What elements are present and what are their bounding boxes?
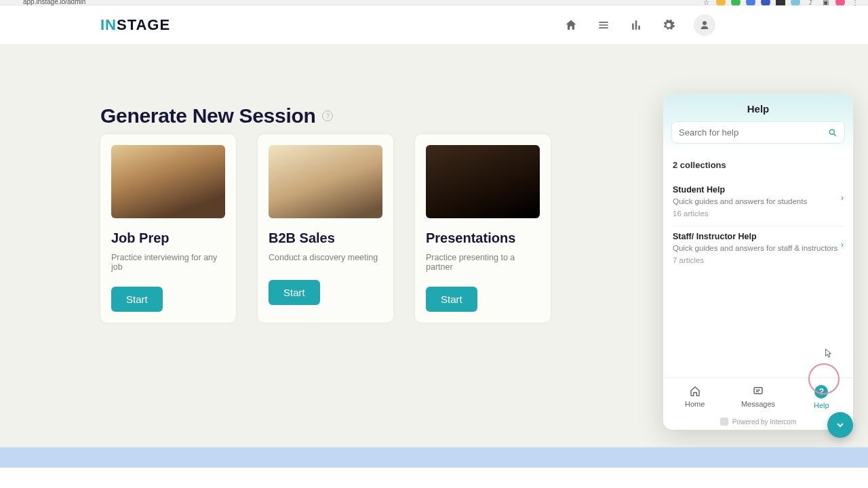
collection-desc: Quick guides and answers for students (673, 197, 844, 205)
help-tab-home[interactable]: Home (668, 385, 722, 409)
collection-student-help[interactable]: Student Help Quick guides and answers fo… (673, 180, 844, 226)
card-desc: Practice interviewing for any job (111, 253, 225, 272)
chevron-right-icon: › (841, 193, 844, 203)
browser-url: app.instage.io/admin (23, 0, 85, 5)
card-image (111, 145, 225, 218)
footer-strip (0, 447, 868, 468)
collection-staff-help[interactable]: Staff/ Instructor Help Quick guides and … (673, 226, 844, 272)
collections-count: 2 collections (673, 160, 844, 170)
card-job-prep: Job Prep Practice interviewing for any j… (100, 134, 236, 323)
start-button[interactable]: Start (269, 280, 320, 305)
help-body: 2 collections Student Help Quick guides … (663, 150, 853, 378)
help-tab-help[interactable]: ? Help (794, 385, 848, 409)
card-desc: Conduct a discovery meeting (269, 253, 382, 265)
card-title: Job Prep (111, 230, 225, 246)
start-button[interactable]: Start (426, 287, 477, 312)
nav-icons (564, 14, 715, 36)
workspace: Generate New Session ? Job Prep Practice… (0, 45, 868, 468)
help-search[interactable] (671, 121, 845, 144)
powered-by[interactable]: Powered by Intercom (663, 413, 853, 430)
gear-icon[interactable] (661, 18, 676, 33)
session-cards: Job Prep Practice interviewing for any j… (100, 134, 551, 323)
tab-label: Home (685, 400, 705, 408)
chevron-right-icon: › (841, 240, 844, 249)
chart-icon[interactable] (629, 18, 644, 33)
powered-label: Powered by Intercom (732, 418, 797, 426)
svg-line-1 (834, 134, 836, 136)
section-header: Generate New Session ? (100, 104, 333, 127)
start-button[interactable]: Start (111, 287, 163, 312)
cursor-icon (825, 348, 831, 355)
collection-title: Staff/ Instructor Help (673, 232, 844, 241)
svg-point-0 (829, 129, 834, 134)
help-search-input[interactable] (679, 127, 823, 138)
card-title: B2B Sales (269, 230, 382, 246)
card-image (269, 145, 382, 218)
collection-count: 7 articles (673, 256, 844, 264)
collection-desc: Quick guides and answers for staff & ins… (673, 244, 844, 252)
home-icon[interactable] (564, 18, 578, 33)
collection-title: Student Help (673, 185, 844, 195)
collection-count: 16 articles (673, 209, 844, 218)
card-title: Presentations (426, 230, 540, 246)
page-title: Generate New Session (100, 104, 315, 127)
messages-icon (752, 385, 764, 397)
search-icon[interactable] (828, 128, 837, 138)
user-icon[interactable] (694, 14, 715, 36)
help-header: Help (663, 94, 853, 150)
logo-part2: STAGE (117, 16, 170, 34)
logo-part1: IN (100, 16, 117, 34)
help-widget: Help 2 collections Student Help Quick gu… (663, 94, 853, 430)
help-icon: ? (814, 385, 828, 399)
info-icon[interactable]: ? (322, 110, 333, 121)
card-presentations: Presentations Practice presenting to a p… (415, 134, 551, 323)
help-tab-messages[interactable]: Messages (731, 385, 785, 409)
help-tabs: Home Messages ? Help (663, 378, 853, 413)
tab-label: Help (814, 401, 829, 409)
intercom-icon (720, 418, 728, 426)
top-nav: INSTAGE (0, 5, 868, 45)
help-title: Help (671, 103, 845, 115)
home-icon (689, 385, 701, 397)
tab-label: Messages (741, 400, 775, 408)
card-image (426, 145, 540, 218)
card-desc: Practice presenting to a partner (426, 253, 540, 272)
help-fab[interactable] (827, 412, 853, 438)
card-b2b-sales: B2B Sales Conduct a discovery meeting St… (258, 134, 393, 323)
logo[interactable]: INSTAGE (100, 16, 170, 34)
list-icon[interactable] (596, 18, 611, 33)
browser-chrome: app.instage.io/admin ☆ ⤴ ▣ ⋮ (0, 0, 868, 5)
